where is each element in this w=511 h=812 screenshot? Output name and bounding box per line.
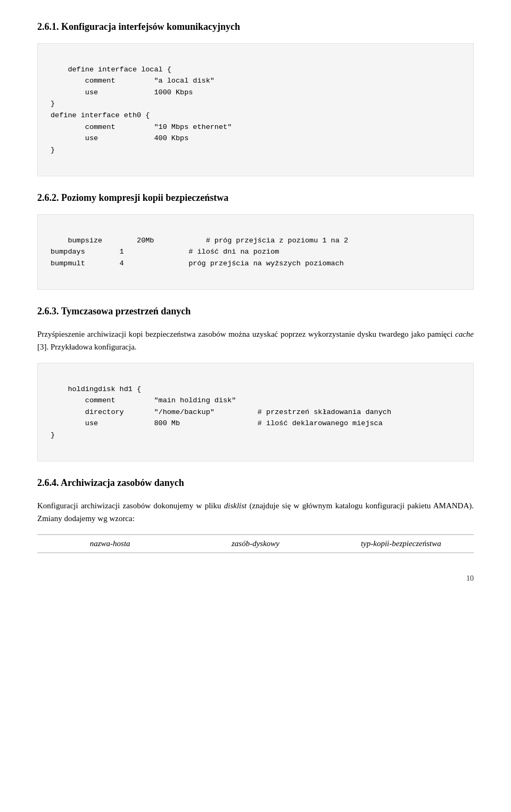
code-line: define interface eth0 { [51,111,150,119]
disklist-table-header: nazwa-hosta zasób-dyskowy typ-kopii-bezp… [37,534,474,553]
section-264-para: Konfiguracji archiwizacji zasobów dokonu… [37,499,474,525]
code-line: use 800 Mb # ilość deklarowanego miejsca [51,419,383,427]
code-line: holdingdisk hd1 { [68,385,141,393]
code-line: bumpdays 1 # ilość dni na poziom [51,248,279,256]
code-block-3: holdingdisk hd1 { comment "main holding … [37,363,474,461]
table-col1: nazwa-hosta [37,539,183,548]
code-line: use 1000 Kbps [51,88,193,96]
cache-italic: cache [455,330,474,338]
code-line: comment "a local disk" [51,77,215,85]
code-line: comment "main holding disk" [51,396,236,404]
code-line: } [51,146,55,154]
code-line: } [51,100,55,108]
code-line: use 400 Kbps [51,134,188,142]
disklist-italic: disklist [224,501,247,510]
section-264-title: 2.6.4. Archiwizacja zasobów danych [37,477,474,489]
section-263-title: 2.6.3. Tymczasowa przestrzeń danych [37,306,474,317]
code-line: comment "10 Mbps ethernet" [51,123,232,131]
code-line: bumpmult 4 próg przejścia na wyższych po… [51,259,344,267]
code-line: directory "/home/backup" # przestrzeń sk… [51,408,391,416]
table-col3: typ-kopii-bezpieczeństwa [328,539,474,548]
code-block-2: bumpsize 20Mb # próg przejścia z poziomu… [37,214,474,290]
section-261-title: 2.6.1. Konfiguracja interfejsów komunika… [37,21,474,33]
section-263-para: Przyśpieszenie archiwizacji kopi bezpiec… [37,328,474,353]
code-line: define interface local { [68,66,171,74]
section-262: 2.6.2. Poziomy kompresji kopii bezpiecze… [37,192,474,290]
section-262-title: 2.6.2. Poziomy kompresji kopii bezpiecze… [37,192,474,204]
code-block-1: define interface local { comment "a loca… [37,43,474,176]
section-263: 2.6.3. Tymczasowa przestrzeń danych Przy… [37,306,474,461]
section-261: 2.6.1. Konfiguracja interfejsów komunika… [37,21,474,176]
page-number: 10 [37,574,474,583]
section-264: 2.6.4. Archiwizacja zasobów danych Konfi… [37,477,474,553]
code-line: } [51,431,55,439]
code-line: bumpsize 20Mb # próg przejścia z poziomu… [68,237,348,245]
table-col2: zasób-dyskowy [183,539,328,548]
